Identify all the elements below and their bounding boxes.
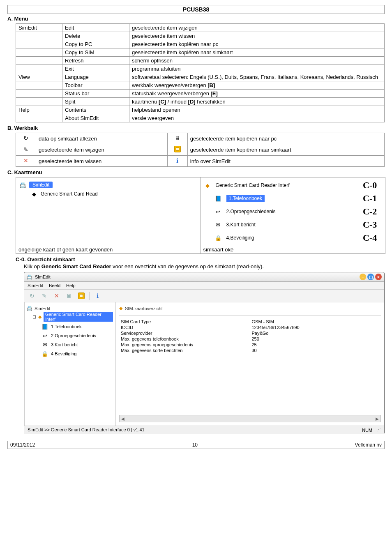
tb-sim-icon[interactable]	[77, 291, 86, 300]
tb-info-icon[interactable]: ℹ	[93, 291, 102, 300]
generic-reader-label[interactable]: Generic Smart Card Reader Interf	[216, 182, 359, 188]
tree-item-label: 1.Telefoonboek	[51, 324, 82, 329]
prop-label: ICCID	[119, 325, 250, 330]
reader-icon: ◆	[203, 181, 212, 189]
prop-value: 25	[250, 342, 381, 348]
scroll-left-icon[interactable]: ◀	[120, 417, 126, 421]
horizontal-scrollbar[interactable]: ◀ ▶	[119, 415, 381, 422]
prop-value: 30	[250, 348, 381, 353]
tree-item-icon: 📘	[41, 322, 49, 331]
c-label: C-4	[363, 233, 383, 243]
tree-item-label[interactable]: 3.Kort bericht	[226, 222, 359, 228]
panel-icon: ◆	[119, 306, 122, 311]
scroll-right-icon[interactable]: ▶	[374, 417, 380, 421]
menu-table: SimEditEditgeselecteerde item wijzigenDe…	[16, 23, 385, 122]
prop-value: GSM - SIM	[250, 319, 381, 325]
tree-root-label[interactable]: SimEdit	[29, 182, 53, 188]
section-c-title: C. Kaartmenu	[7, 169, 385, 175]
window-maximize-button[interactable]: ▢	[367, 274, 374, 280]
sim-icon[interactable]	[167, 144, 187, 156]
c-label: C-0	[363, 180, 383, 191]
tree-expand-icon[interactable]: ⊟	[32, 314, 36, 320]
werkbalk-table: ↻data op simkaart aflezen🖥geselecteerde …	[16, 133, 385, 167]
app-tree-selected[interactable]: Generic Smart Card Reader Interf	[44, 312, 113, 322]
prop-value: 250	[250, 336, 381, 342]
menu-item: Edit	[62, 24, 129, 32]
tree-item-icon: 🔒	[214, 234, 222, 242]
menu-group: Help	[16, 106, 62, 114]
menu-simedit[interactable]: SimEdit	[28, 283, 43, 288]
tree-item-label: 4.Beveiliging	[51, 351, 76, 356]
tree-item[interactable]: 🔒4.Beveiliging	[41, 350, 113, 358]
tb-delete-icon[interactable]: ✕	[52, 291, 61, 300]
info-icon[interactable]: ℹ	[167, 156, 187, 167]
menu-group: SimEdit	[16, 24, 62, 32]
app-icon: 📇	[27, 274, 32, 280]
menu-item: Contents	[62, 106, 129, 114]
app-tree[interactable]: 📇SimEdit ⊟◆Generic Smart Card Reader Int…	[24, 302, 116, 426]
status-num: NUM	[362, 428, 372, 433]
section-b-title: B. Werkbalk	[7, 125, 385, 131]
toolbar-desc: geselecteerde item kopiëren naar pc	[187, 133, 384, 144]
c-label: C-1	[363, 193, 383, 204]
page-footer: 09/11/2012 10 Velleman nv	[7, 441, 385, 449]
reader-icon: ◆	[38, 314, 42, 320]
app-menubar[interactable]: SimEditBeeldHelp	[24, 282, 384, 290]
refresh-icon[interactable]: ↻	[16, 133, 36, 144]
menu-item: Refresh	[62, 57, 129, 65]
tree-item[interactable]: ↩2.Oproepgeschiedenis	[41, 332, 113, 340]
app-tree-root-icon: 📇	[27, 306, 32, 311]
app-main-panel: ◆SIM-kaartoverzicht SIM Card TypeGSM - S…	[116, 302, 384, 426]
tree-item-label: 2.Oproepgeschiedenis	[51, 333, 96, 338]
toolbar-desc: geselecteerde item kopiëren naar simkaar…	[187, 144, 384, 156]
tree-item-icon: ↩	[214, 207, 222, 216]
menu-group	[16, 40, 62, 48]
tree-item[interactable]: 📘1.Telefoonboek	[41, 322, 113, 331]
tree-item-label[interactable]: 2.Oproepgeschiedenis	[226, 209, 359, 214]
app-tree-root[interactable]: SimEdit	[35, 306, 50, 311]
menu-desc: helpbestand openen	[129, 106, 385, 114]
status-resize-icon[interactable]: ⋰	[376, 427, 381, 433]
menu-group	[16, 65, 62, 73]
tree-item-label[interactable]: 1.Telefoonboek	[226, 196, 359, 201]
tree-item-icon: ✉	[214, 221, 222, 229]
tb-edit-icon[interactable]: ✎	[40, 291, 49, 300]
c-label: C-2	[363, 206, 383, 217]
window-close-button[interactable]: ×	[375, 274, 382, 280]
prop-label: Max. gegevens korte berichten	[119, 348, 250, 353]
menu-desc: softwaretaal selecteren: Engels (U.S.), …	[129, 73, 385, 81]
menu-desc: geselecteerde item kopiëren naar simkaar…	[129, 48, 385, 57]
tree-item[interactable]: ✉3.Kort bericht	[41, 341, 113, 349]
app-statusbar: SimEdit >> Generic Smart Card Reader Int…	[24, 426, 384, 434]
toolbar-desc: info over SimEdit	[187, 156, 384, 167]
section-c0-title: C-0. Overzicht simkaart	[7, 256, 385, 263]
window-minimize-button[interactable]: –	[360, 274, 366, 280]
menu-group	[16, 90, 62, 98]
status-left: SimEdit >> Generic Smart Card Reader Int…	[28, 427, 145, 433]
tb-pc-icon[interactable]: 🖥	[65, 291, 74, 300]
menu-item: Copy to SIM	[62, 48, 129, 57]
kaart-caption-right: simkaart oké	[201, 246, 385, 253]
tree-item-label[interactable]: 4.Beveiliging	[226, 235, 359, 241]
pc-icon[interactable]: 🖥	[167, 133, 187, 144]
toolbar-desc: geselecteerde item wissen	[36, 156, 168, 167]
menu-desc: geselecteerde item wissen	[129, 32, 385, 40]
menu-group	[16, 48, 62, 57]
simedit-window: 📇 SimEdit – ▢ × SimEditBeeldHelp ↻ ✎ ✕ 🖥…	[24, 272, 385, 434]
tree-item-icon: 🔒	[41, 350, 49, 358]
tree-item-icon: 📘	[214, 194, 222, 203]
app-toolbar: ↻ ✎ ✕ 🖥 ℹ	[24, 290, 384, 302]
delete-icon[interactable]: ✕	[16, 156, 36, 167]
section-c0-desc: Klik op Generic Smart Card Reader voor e…	[7, 263, 385, 269]
tb-refresh-icon[interactable]: ↻	[28, 291, 37, 300]
edit-icon[interactable]: ✎	[16, 144, 36, 156]
menu-group	[16, 98, 62, 106]
menu-group: View	[16, 73, 62, 81]
simedit-root-icon: 📇	[18, 181, 27, 189]
menu-help[interactable]: Help	[66, 283, 76, 288]
menu-beeld[interactable]: Beeld	[49, 283, 60, 288]
generic-reader-label[interactable]: Generic Smart Card Read	[41, 191, 98, 197]
section-a-title: A. Menu	[7, 16, 385, 22]
menu-item: About SimEdit	[62, 114, 129, 122]
prop-label: SIM Card Type	[119, 319, 250, 325]
